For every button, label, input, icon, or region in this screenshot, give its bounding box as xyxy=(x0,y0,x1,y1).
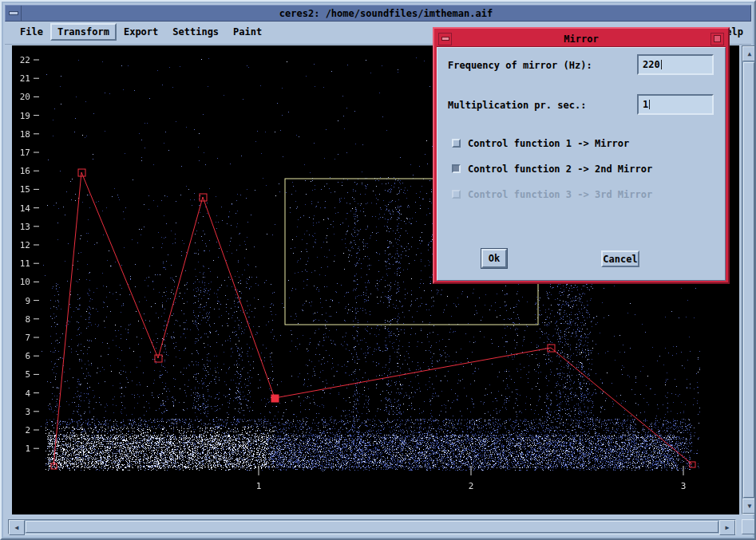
x-axis-tick-label: 1 xyxy=(256,481,262,491)
multiplication-value: 1 xyxy=(643,99,650,110)
frequency-value: 220 xyxy=(643,59,662,70)
vertical-scrollbar[interactable]: ▲ ▼ xyxy=(742,45,756,514)
y-axis-tick-label: 20 xyxy=(20,92,30,102)
menu-file[interactable]: File xyxy=(13,23,50,41)
frequency-label: Frequency of mirror (Hz): xyxy=(448,60,592,71)
y-axis-tick-label: 3 xyxy=(25,407,30,417)
checkbox-icon xyxy=(452,190,461,199)
scroll-down-button[interactable]: ▼ xyxy=(742,499,756,514)
dialog-maximize-icon xyxy=(714,35,721,42)
y-axis-tick-label: 16 xyxy=(20,166,30,176)
checkbox-label: Control function 1 -> Mirror xyxy=(468,138,629,149)
y-axis-tick-label: 11 xyxy=(20,258,30,269)
window-title: ceres2: /home/soundfiles/imtheman.aif xyxy=(22,8,750,19)
menu-export[interactable]: Export xyxy=(117,23,165,41)
multiplication-label: Multiplication pr. sec.: xyxy=(448,100,586,111)
scrollbar-corner xyxy=(742,519,756,534)
checkbox-label: Control function 3 -> 3rd Mirror xyxy=(468,189,652,200)
y-axis-tick-label: 6 xyxy=(25,351,30,361)
y-axis-tick-label: 13 xyxy=(20,222,30,232)
x-axis-tick-label: 2 xyxy=(469,481,474,491)
dialog-maximize-button[interactable] xyxy=(710,33,724,45)
ok-button[interactable]: Ok xyxy=(481,249,507,268)
y-axis-tick-label: 5 xyxy=(25,369,30,380)
menu-transform[interactable]: Transform xyxy=(50,23,117,41)
y-axis-tick-label: 12 xyxy=(20,240,30,250)
mirror-dialog-title: Mirror xyxy=(453,34,709,45)
checkbox-label: Control function 2 -> 2nd Mirror xyxy=(468,164,652,175)
vertical-scroll-thumb[interactable] xyxy=(743,62,754,498)
cancel-button[interactable]: Cancel xyxy=(601,250,639,267)
y-axis-tick-label: 8 xyxy=(25,314,30,325)
checkbox-icon[interactable] xyxy=(452,164,461,173)
x-axis-tick-label: 3 xyxy=(681,481,687,491)
y-axis-tick-label: 17 xyxy=(20,148,30,158)
y-axis-tick-label: 10 xyxy=(20,277,30,287)
y-axis-tick-label: 4 xyxy=(25,388,30,399)
y-axis-tick-label: 22 xyxy=(20,55,30,65)
y-axis-tick-label: 9 xyxy=(25,296,30,306)
window-titlebar[interactable]: ceres2: /home/soundfiles/imtheman.aif xyxy=(5,5,751,22)
y-axis-tick-label: 15 xyxy=(20,184,30,195)
checkbox-control-function-2[interactable]: Control function 2 -> 2nd Mirror xyxy=(452,163,652,175)
control-point[interactable] xyxy=(271,395,279,402)
mirror-dialog-body: Frequency of mirror (Hz): 220 Multiplica… xyxy=(437,47,726,281)
y-axis-tick-label: 14 xyxy=(20,203,31,214)
checkbox-control-function-3: Control function 3 -> 3rd Mirror xyxy=(452,188,652,200)
y-axis-tick-label: 19 xyxy=(20,111,30,121)
window-menu-icon xyxy=(9,11,18,15)
dialog-window-menu-icon xyxy=(441,37,449,41)
menu-settings[interactable]: Settings xyxy=(165,23,226,41)
menu-paint[interactable]: Paint xyxy=(226,23,269,41)
checkbox-control-function-1[interactable]: Control function 1 -> Mirror xyxy=(452,137,629,149)
scroll-up-button[interactable]: ▲ xyxy=(742,46,756,61)
checkbox-icon[interactable] xyxy=(452,139,461,148)
y-axis-tick-label: 21 xyxy=(20,73,30,84)
scroll-left-button[interactable]: ◀ xyxy=(9,520,25,535)
horizontal-scrollbar[interactable]: ◀ ▶ xyxy=(8,519,736,534)
scroll-right-button[interactable]: ▶ xyxy=(719,520,735,535)
window-menu-button[interactable] xyxy=(6,6,22,21)
y-axis-tick-label: 7 xyxy=(25,333,30,343)
mirror-dialog: Mirror Frequency of mirror (Hz): 220 Mul… xyxy=(433,27,730,284)
app-window: ceres2: /home/soundfiles/imtheman.aif Fi… xyxy=(0,0,756,540)
y-axis-tick-label: 2 xyxy=(25,425,30,436)
dialog-window-menu-button[interactable] xyxy=(438,33,452,45)
mirror-dialog-titlebar[interactable]: Mirror xyxy=(437,31,726,47)
multiplication-input[interactable]: 1 xyxy=(637,94,714,115)
frequency-input[interactable]: 220 xyxy=(637,54,714,75)
horizontal-scroll-thumb[interactable] xyxy=(26,521,718,533)
y-axis-tick-label: 1 xyxy=(25,443,30,454)
y-axis-tick-label: 18 xyxy=(20,129,30,140)
